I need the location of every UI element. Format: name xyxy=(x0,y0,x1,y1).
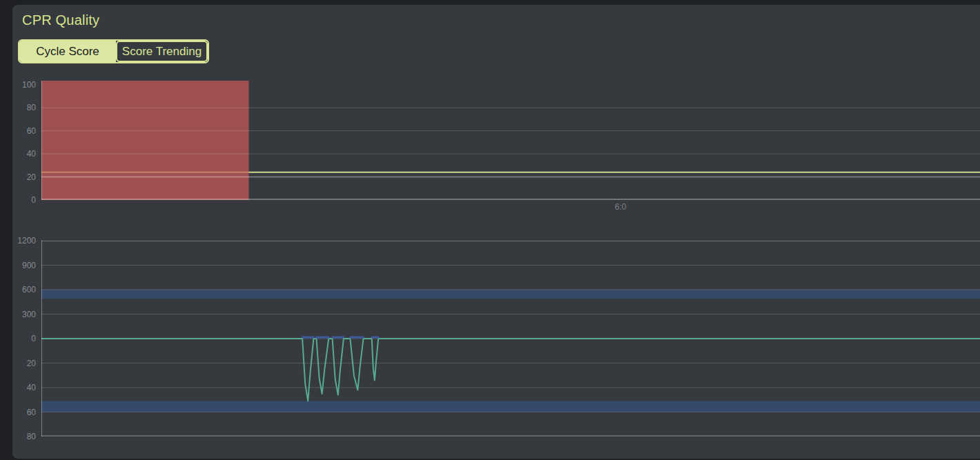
cycle-score-chart xyxy=(41,81,980,200)
y-tick-label: 1200 xyxy=(14,235,36,246)
y-tick-label: 0 xyxy=(14,194,36,206)
y-tick-label: 600 xyxy=(14,284,36,295)
compression-depth-chart xyxy=(41,240,980,437)
compression-depth-plot xyxy=(41,240,980,437)
y-tick-label: 20 xyxy=(14,172,36,183)
panel-title: CPR Quality xyxy=(22,12,99,28)
tab-cycle-score[interactable]: Cycle Score xyxy=(19,41,116,62)
y-tick-label: 20 xyxy=(14,358,36,369)
cpr-quality-panel: CPR Quality Cycle Score Score Trending 1… xyxy=(12,5,980,459)
y-tick-label: 60 xyxy=(14,407,36,418)
view-tabs: Cycle Score Score Trending xyxy=(18,39,209,63)
y-tick-label: 300 xyxy=(14,309,36,320)
alert-region xyxy=(41,81,249,200)
y-tick-label: 80 xyxy=(14,102,36,113)
target-band xyxy=(41,290,980,299)
y-tick-label: 40 xyxy=(14,148,36,159)
y-tick-label: 40 xyxy=(14,382,36,393)
y-tick-label: 80 xyxy=(14,431,36,442)
cycle-score-plot xyxy=(41,81,980,200)
y-tick-label: 0 xyxy=(14,333,36,344)
tab-score-trending[interactable]: Score Trending xyxy=(116,41,208,62)
target-band xyxy=(41,401,980,412)
x-tick-label: 6:0 xyxy=(605,202,636,212)
y-tick-label: 900 xyxy=(14,260,36,271)
y-tick-label: 100 xyxy=(14,79,36,90)
compression-waveform xyxy=(41,339,980,401)
y-tick-label: 60 xyxy=(14,126,36,137)
page-background: CPR Quality Cycle Score Score Trending 1… xyxy=(0,0,980,460)
